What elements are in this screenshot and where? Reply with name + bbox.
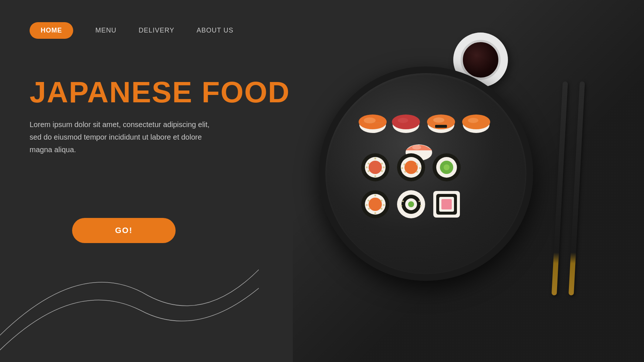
svg-point-57 (418, 201, 420, 202)
svg-point-30 (404, 164, 406, 165)
svg-point-56 (401, 205, 402, 206)
svg-point-48 (381, 208, 383, 210)
hero-title: JAPANESE FOOD (30, 78, 290, 107)
svg-point-20 (366, 167, 368, 168)
chopstick-left (552, 81, 568, 296)
svg-point-45 (368, 208, 370, 210)
nav-home-button[interactable]: HOME (30, 22, 73, 39)
svg-point-50 (374, 212, 376, 214)
svg-point-43 (368, 200, 370, 202)
navigation: HOME MENU DELIVERY ABOUT US (30, 22, 233, 39)
svg-point-22 (381, 163, 383, 165)
svg-point-29 (404, 161, 418, 174)
svg-rect-10 (435, 125, 447, 128)
svg-point-19 (368, 163, 370, 165)
svg-point-39 (444, 164, 450, 170)
svg-point-26 (374, 175, 376, 177)
chopstick-right (569, 81, 585, 296)
svg-point-31 (401, 167, 403, 169)
wave-decoration (0, 177, 259, 362)
svg-point-33 (416, 164, 418, 165)
svg-point-47 (383, 204, 385, 206)
svg-point-49 (374, 195, 376, 197)
svg-point-42 (369, 198, 382, 211)
svg-rect-62 (441, 199, 452, 209)
svg-point-44 (366, 204, 368, 206)
svg-point-55 (402, 201, 404, 202)
svg-point-6 (398, 118, 408, 123)
sushi-items (333, 81, 518, 266)
svg-point-15 (412, 145, 421, 150)
svg-point-32 (404, 171, 406, 173)
svg-point-35 (416, 171, 418, 173)
svg-point-58 (420, 205, 421, 206)
hero-description: Lorem ipsum dolor sit amet, consectetur … (30, 118, 222, 156)
svg-point-9 (433, 117, 444, 123)
nav-delivery-item[interactable]: DELIVERY (139, 27, 174, 34)
go-button[interactable]: GO! (72, 218, 176, 243)
svg-point-54 (408, 201, 414, 207)
svg-point-21 (368, 170, 370, 172)
chopsticks (557, 81, 587, 318)
svg-point-24 (381, 170, 383, 172)
sushi-plate-container (319, 66, 548, 296)
nav-menu-item[interactable]: MENU (95, 27, 116, 34)
plate (319, 66, 533, 281)
svg-point-46 (381, 200, 383, 202)
svg-point-13 (468, 118, 478, 123)
svg-point-18 (369, 161, 382, 174)
svg-point-25 (374, 158, 376, 160)
svg-point-23 (383, 167, 385, 168)
svg-point-34 (419, 167, 421, 169)
nav-about-item[interactable]: ABOUT US (197, 27, 234, 34)
